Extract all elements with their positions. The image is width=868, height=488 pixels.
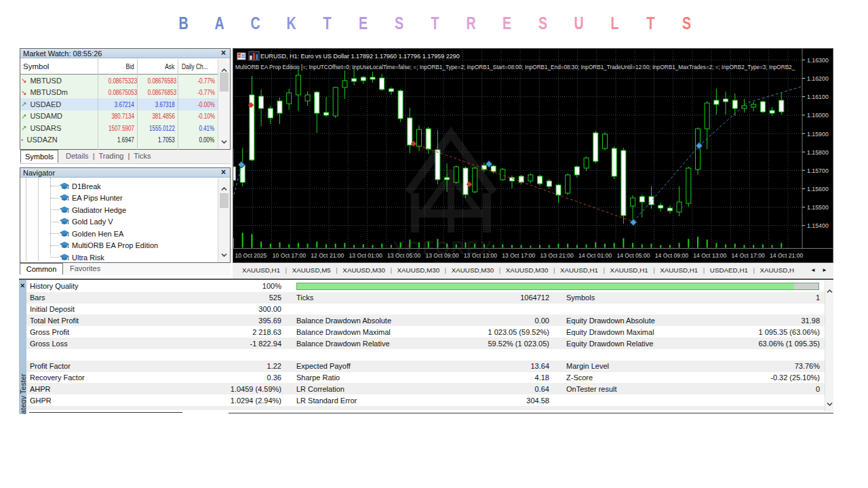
svg-text:1.16300: 1.16300 bbox=[807, 57, 829, 64]
svg-text:14 Oct 05:00: 14 Oct 05:00 bbox=[616, 252, 650, 259]
svg-text:1.15600: 1.15600 bbox=[807, 186, 829, 192]
svg-text:MultiORB EA Prop Edition [=; I: MultiORB EA Prop Edition [=; InpUTCOffse… bbox=[235, 64, 795, 70]
svg-text:14 Oct 17:00: 14 Oct 17:00 bbox=[732, 252, 765, 259]
svg-text:13 Oct 17:00: 13 Oct 17:00 bbox=[502, 252, 535, 259]
svg-text:1.16100: 1.16100 bbox=[807, 94, 829, 100]
svg-text:1.15500: 1.15500 bbox=[807, 204, 829, 211]
svg-text:1.16200: 1.16200 bbox=[807, 75, 829, 82]
svg-text:13 Oct 01:00: 13 Oct 01:00 bbox=[349, 252, 382, 259]
svg-text:1.15900: 1.15900 bbox=[807, 131, 829, 138]
svg-text:13 Oct 13:00: 13 Oct 13:00 bbox=[464, 252, 497, 259]
svg-text:10 Oct 17:00: 10 Oct 17:00 bbox=[273, 252, 306, 259]
svg-text:14 Oct 09:00: 14 Oct 09:00 bbox=[655, 252, 688, 259]
svg-text:14 Oct 01:00: 14 Oct 01:00 bbox=[578, 252, 612, 259]
svg-text:14 Oct 21:00: 14 Oct 21:00 bbox=[770, 252, 803, 259]
svg-text:13 Oct 09:00: 13 Oct 09:00 bbox=[425, 252, 458, 259]
svg-text:13 Oct 05:00: 13 Oct 05:00 bbox=[387, 252, 420, 259]
svg-text:10 Oct 2025: 10 Oct 2025 bbox=[235, 252, 267, 259]
svg-text:1.15400: 1.15400 bbox=[807, 222, 829, 229]
svg-text:14 Oct 13:00: 14 Oct 13:00 bbox=[693, 252, 726, 259]
svg-text:1.15700: 1.15700 bbox=[807, 167, 829, 174]
svg-text:12 Oct 21:00: 12 Oct 21:00 bbox=[311, 252, 344, 259]
svg-text:13 Oct 21:00: 13 Oct 21:00 bbox=[540, 252, 574, 259]
svg-text:1.15800: 1.15800 bbox=[807, 149, 829, 156]
svg-text:EURUSD, H1: Euro vs US Dollar: EURUSD, H1: Euro vs US Dollar 1.17892 1.… bbox=[260, 53, 460, 60]
svg-text:1.16000: 1.16000 bbox=[807, 112, 829, 119]
